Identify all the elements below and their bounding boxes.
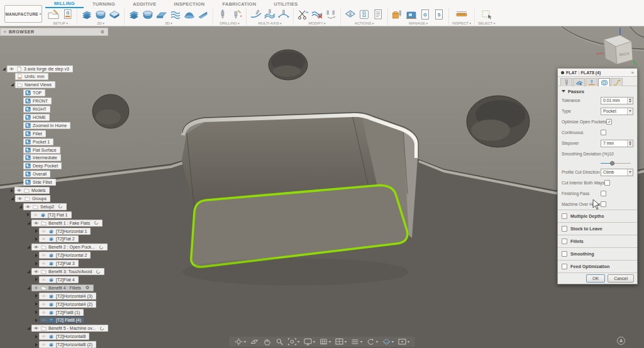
eye-icon[interactable] [9, 66, 14, 72]
eye-icon[interactable] [41, 228, 47, 234]
workspace-switcher[interactable]: MANUFACTURE ▾ [4, 5, 42, 23]
section-checkbox[interactable] [562, 264, 567, 269]
eye-icon[interactable] [33, 325, 39, 331]
collapsed-section-stock-to-leave[interactable]: Stock to Leave [558, 222, 637, 235]
chevron-expanded-icon[interactable] [27, 327, 30, 330]
ribbon-group-label[interactable]: 3D ▾ [165, 21, 172, 25]
scallop-icon[interactable] [183, 9, 196, 20]
setup-icon[interactable] [47, 9, 60, 20]
navbar-look-at[interactable] [250, 338, 259, 345]
tree-item[interactable]: [T2]Flat 2 [39, 235, 79, 242]
section-checkbox[interactable] [562, 213, 567, 219]
ribbon-group-label[interactable]: MULTI-AXIS ▾ [258, 21, 281, 25]
chevron-down-icon[interactable] [408, 341, 410, 343]
tree-item[interactable]: Models [14, 187, 50, 194]
eye-icon[interactable] [33, 212, 38, 218]
gear-icon[interactable] [85, 285, 90, 290]
hole-left-partial[interactable] [92, 94, 129, 128]
section-checkbox[interactable] [562, 251, 567, 257]
chevron-expanded-icon[interactable] [11, 197, 14, 200]
tree-item[interactable]: Setup2 [23, 203, 67, 210]
machine-library-icon[interactable] [405, 9, 418, 20]
tree-item[interactable]: [T2] Flat 1 [31, 211, 72, 218]
collapse-panel-icon[interactable]: « [4, 30, 6, 34]
ribbon-group-label[interactable]: SELECT ▾ [478, 21, 495, 25]
eye-icon[interactable] [41, 310, 47, 315]
dialog-tab-tool[interactable] [560, 78, 572, 86]
chevron-collapsed-icon[interactable] [35, 343, 38, 347]
help-badge[interactable]: A [617, 337, 625, 345]
chevron-collapsed-icon[interactable] [35, 237, 38, 241]
dialog-tab-linking[interactable] [611, 78, 623, 86]
collapsed-section-multiple-depths[interactable]: Multiple Depths [558, 210, 637, 222]
tolerance-input[interactable]: 0.01 mm [601, 97, 633, 104]
tree-item[interactable]: Pocket 1 [23, 138, 53, 145]
tree-item[interactable]: Zoomed In Home [23, 122, 70, 129]
tree-item[interactable]: [T2]Flat8 (1) [39, 309, 84, 316]
stepover-input[interactable]: 7 mm [601, 140, 633, 147]
tree-item[interactable]: Side Fillet [23, 179, 56, 186]
tree-item[interactable]: Groups [15, 195, 50, 202]
cut-interior-both-ways-checkbox[interactable] [604, 180, 610, 186]
chevron-expanded-icon[interactable] [27, 222, 30, 225]
tree-item[interactable]: [T2]Horizontal8 (2) [39, 341, 96, 348]
chevron-collapsed-icon[interactable] [35, 278, 38, 281]
chevron-collapsed-icon[interactable] [35, 302, 38, 306]
eye-icon[interactable] [41, 334, 47, 339]
eye-icon[interactable] [16, 188, 22, 193]
tree-item[interactable]: Units: mm [15, 73, 48, 80]
rotary-icon[interactable] [277, 9, 290, 20]
finishing-pass-checkbox[interactable] [601, 191, 606, 196]
setup-sheet-icon[interactable] [372, 9, 384, 20]
section-checkbox[interactable] [562, 226, 567, 232]
collapsed-section-smoothing[interactable]: Smoothing [558, 247, 637, 260]
chevron-collapsed-icon[interactable] [35, 310, 38, 314]
tap-icon[interactable]: + [230, 9, 243, 20]
hole-center[interactable] [269, 50, 308, 80]
chevron-collapsed-icon[interactable] [35, 318, 38, 322]
eye-icon[interactable] [17, 196, 23, 201]
chevron-expanded-icon[interactable] [11, 83, 14, 86]
eye-icon[interactable] [33, 244, 39, 250]
tree-item[interactable]: TOP [23, 89, 45, 96]
measure-icon[interactable] [455, 9, 468, 20]
chevron-collapsed-icon[interactable] [11, 189, 13, 193]
tree-item[interactable]: Benefit 1 : Fake Flats [31, 220, 103, 227]
pocket-clearing-icon[interactable] [142, 9, 154, 20]
tree-item[interactable]: Deep Pocket [23, 162, 62, 169]
ribbon-group-label[interactable]: DRILLING ▾ [219, 21, 240, 25]
tree-item[interactable]: Fillet [23, 130, 46, 137]
chevron-down-icon[interactable] [244, 341, 247, 343]
eye-icon[interactable] [41, 342, 47, 347]
flow-icon[interactable] [264, 9, 276, 20]
tool-library-icon[interactable] [391, 9, 404, 20]
tree-item[interactable]: [T2]Flat 4 [39, 276, 79, 283]
eye-icon[interactable] [41, 277, 47, 283]
navbar-zoom[interactable] [275, 338, 284, 345]
viewport-3d-canvas[interactable]: BACK [0, 0, 644, 348]
tree-item[interactable]: FRONT [23, 98, 52, 104]
tree-item[interactable]: Benefit 3: Touch/Avoid [31, 268, 104, 275]
ribbon-group-label[interactable]: 2D ▾ [97, 21, 104, 25]
chevron-collapsed-icon[interactable] [35, 335, 38, 339]
optimize-open-pockets-checkbox[interactable]: ✓ [606, 119, 612, 125]
navbar-visual-style[interactable] [351, 338, 363, 345]
chevron-down-icon[interactable] [297, 341, 300, 343]
eye-icon[interactable] [41, 293, 47, 299]
template-library-icon[interactable]: S [433, 9, 445, 20]
profile-cut-direction-select[interactable]: Climb [601, 169, 633, 176]
eye-icon[interactable] [25, 204, 31, 210]
tree-item[interactable]: Named Views [15, 81, 55, 88]
browser-settings-icon[interactable]: ⚙ [101, 30, 104, 34]
chevron-expanded-icon[interactable] [3, 67, 6, 70]
tree-item[interactable]: [T2]Horizontal 2 [39, 252, 91, 259]
ribbon-group-label[interactable]: MODIFY ▾ [308, 21, 325, 25]
adaptive-clearing-icon[interactable] [128, 9, 140, 20]
tree-item[interactable]: [T2] Flat8 (4) [39, 317, 85, 323]
navbar-orbit[interactable] [235, 338, 247, 345]
face-icon[interactable] [108, 9, 121, 20]
dialog-tab-passes[interactable] [598, 78, 610, 86]
post-library-icon[interactable]: G [419, 9, 431, 20]
tree-item[interactable]: [T2]Horizontal4 (2) [39, 301, 96, 308]
collapsed-section-feed-optimization[interactable]: Feed Optimization [558, 260, 637, 272]
